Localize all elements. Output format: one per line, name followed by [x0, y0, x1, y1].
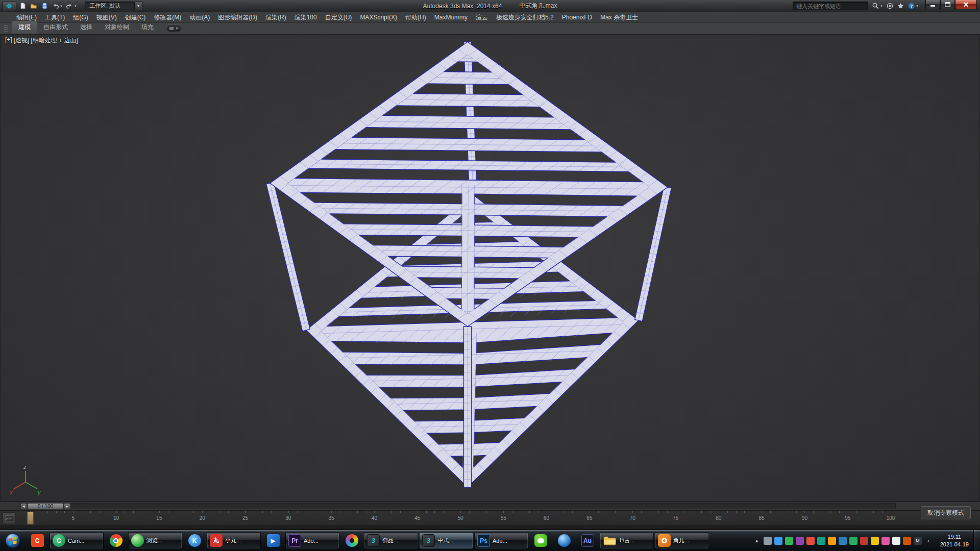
taskbar-camtasia[interactable]: CCam...: [50, 532, 104, 549]
help-icon[interactable]: ?▼: [906, 1, 920, 11]
start-button[interactable]: [0, 530, 26, 551]
communication-center-icon[interactable]: [885, 1, 895, 11]
tab-selection[interactable]: 选择: [74, 22, 99, 34]
viewport-pov-menu[interactable]: [透视]: [14, 36, 30, 45]
taskbar-max-scene-2[interactable]: 3中式...: [419, 532, 473, 549]
menu-render100[interactable]: 渲染100: [290, 12, 321, 22]
viewport-general-menu[interactable]: [+]: [5, 36, 12, 45]
tray-icon-3[interactable]: [785, 537, 793, 545]
menu-graph-editors[interactable]: 图形编辑器(D): [214, 12, 261, 22]
ribbon-grip[interactable]: [4, 25, 8, 32]
workspace-selector[interactable]: 工作区: 默认 ▼: [85, 2, 142, 10]
taskbar-pinned-red-app[interactable]: C: [26, 532, 48, 549]
taskbar-clock[interactable]: 19:11 2021-04-19: [936, 530, 973, 551]
next-frame-button[interactable]: ►: [64, 503, 70, 509]
ribbon-minimize-button[interactable]: ▼: [166, 24, 182, 32]
tray-icon-13[interactable]: [892, 537, 900, 545]
tray-icon-4[interactable]: [796, 537, 804, 545]
undo-icon[interactable]: ▼: [50, 1, 64, 11]
tray-icon-9[interactable]: [849, 537, 857, 545]
menu-maxscript[interactable]: MAXScript(X): [356, 12, 401, 22]
previous-frame-button[interactable]: ◄: [20, 503, 27, 509]
favorites-star-icon[interactable]: [895, 1, 906, 11]
language-indicator[interactable]: M: [914, 537, 922, 545]
tab-modeling[interactable]: 建模: [12, 21, 37, 34]
menu-render-cloud[interactable]: 渲云: [472, 12, 492, 22]
menu-views[interactable]: 视图(V): [92, 12, 121, 22]
image-viewer-icon: [658, 534, 671, 547]
taskbar-blue-globe[interactable]: [553, 532, 575, 549]
tab-populate[interactable]: 填充: [135, 22, 160, 34]
menu-antivirus[interactable]: Max 杀毒卫士: [596, 12, 642, 22]
volume-icon[interactable]: ♪: [924, 537, 933, 545]
close-button[interactable]: [955, 0, 977, 9]
taskbar-xiaowan[interactable]: 丸小丸...: [207, 532, 261, 549]
taskbar-image-viewer[interactable]: 角几...: [655, 532, 709, 549]
time-slider-track[interactable]: [20, 503, 896, 509]
search-icon[interactable]: ▼: [870, 1, 885, 11]
windows-logo-icon: [5, 533, 21, 549]
tray-icon-14[interactable]: [903, 537, 911, 545]
taskbar-wechat[interactable]: [529, 532, 552, 549]
open-mini-track-view-button[interactable]: [3, 512, 16, 524]
menu-animation[interactable]: 动画(A): [185, 12, 214, 22]
taskbar-kugou[interactable]: K: [183, 532, 206, 549]
menu-tools[interactable]: 工具(T): [41, 12, 69, 22]
tray-show-hidden-icon[interactable]: ▲: [753, 537, 761, 545]
menu-modifiers[interactable]: 修改器(M): [150, 12, 185, 22]
open-file-icon[interactable]: [28, 1, 39, 11]
model-wireframe[interactable]: [0, 34, 980, 502]
tray-icon-8[interactable]: [839, 537, 847, 545]
perspective-viewport[interactable]: [+] [透视] [明暗处理 + 边面] x y z: [0, 34, 980, 502]
time-slider-handle[interactable]: 0 / 100: [28, 503, 63, 509]
redo-icon[interactable]: ▼: [64, 1, 79, 11]
menu-phoenixfd[interactable]: PhoenixFD: [558, 12, 596, 22]
taskbar-max-scene-1[interactable]: 3御品...: [364, 532, 418, 549]
taskbar-audition[interactable]: Au: [576, 532, 599, 549]
blue-globe-icon: [558, 534, 571, 547]
menu-rendering[interactable]: 渲染(R): [261, 12, 290, 22]
save-file-icon[interactable]: [39, 1, 50, 11]
tab-object-paint[interactable]: 对象绘制: [99, 22, 135, 34]
taskbar-button-label: 角几...: [673, 537, 689, 544]
cancel-expert-mode-button[interactable]: 取消专家模式: [921, 506, 971, 519]
tray-icon-10[interactable]: [860, 537, 868, 545]
taskbar-player[interactable]: ▶: [262, 532, 284, 549]
trackbar-ruler[interactable]: 0510152025303540455055606570758085909510…: [20, 511, 896, 525]
taskbar-browser[interactable]: 浏览...: [128, 532, 182, 549]
menu-edit[interactable]: 编辑(E): [12, 12, 41, 22]
application-menu-button[interactable]: [2, 1, 16, 11]
minimize-button[interactable]: [925, 0, 940, 9]
viewport-shading-menu[interactable]: [明暗处理 + 边面]: [31, 36, 78, 45]
menu-maxmummy[interactable]: MaxMummy: [430, 12, 472, 22]
tray-icon-12[interactable]: [881, 537, 890, 545]
taskbar-chrome[interactable]: [105, 532, 127, 549]
menu-create[interactable]: 创建(C): [121, 12, 150, 22]
tray-icon-11[interactable]: [871, 537, 879, 545]
tab-freeform[interactable]: 自由形式: [37, 22, 74, 34]
show-desktop-button[interactable]: [973, 530, 980, 551]
tray-icon-7[interactable]: [828, 537, 836, 545]
clock-time: 19:11: [948, 533, 962, 540]
workspace-dropdown-icon[interactable]: ▼: [135, 2, 142, 10]
maximize-button[interactable]: [940, 0, 955, 9]
menu-customize[interactable]: 自定义(U): [321, 12, 356, 22]
time-slider[interactable]: ◄ 0 / 100 ►: [0, 502, 980, 510]
taskbar-color-ring[interactable]: [340, 532, 363, 549]
menu-group[interactable]: 组(G): [69, 12, 92, 22]
world-axis-gizmo: x y z: [6, 463, 43, 496]
menu-slim-archive[interactable]: 极速瘦身安全归档5.2: [492, 12, 558, 22]
track-bar[interactable]: 0510152025303540455055606570758085909510…: [0, 510, 980, 525]
model-front-leg[interactable]: [464, 327, 472, 487]
tray-icon-2[interactable]: [774, 537, 782, 545]
tray-icon-1[interactable]: [764, 537, 772, 545]
tray-icon-6[interactable]: [817, 537, 825, 545]
taskbar-photoshop[interactable]: PsAdo...: [474, 532, 528, 549]
menu-help[interactable]: 帮助(H): [401, 12, 430, 22]
clock-date: 2021-04-19: [940, 541, 969, 548]
taskbar-explorer[interactable]: I:\古...: [600, 532, 654, 549]
search-input[interactable]: [793, 2, 868, 10]
taskbar-premiere[interactable]: PrAdo...: [285, 532, 339, 549]
new-scene-icon[interactable]: [17, 1, 28, 11]
tray-icon-5[interactable]: [806, 537, 815, 545]
